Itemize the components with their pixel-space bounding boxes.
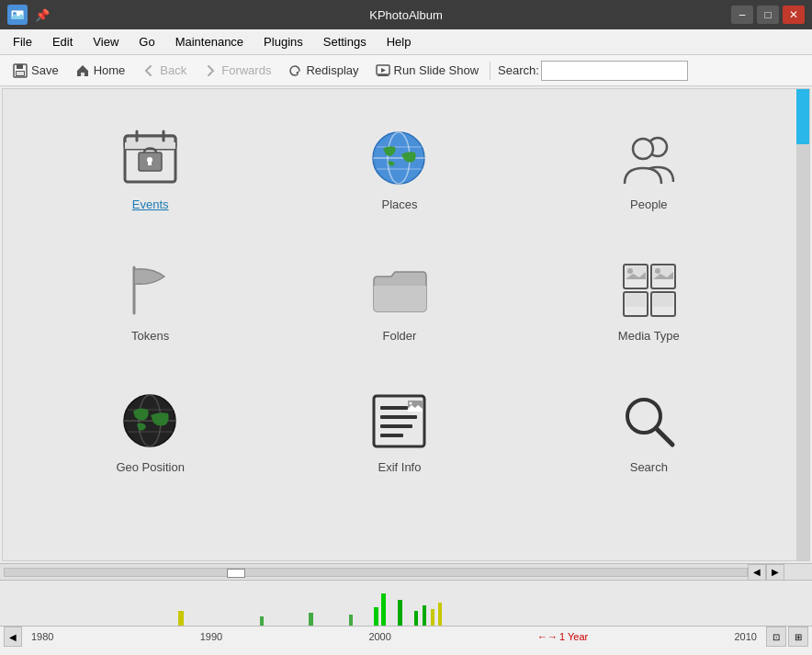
menu-settings[interactable]: Settings [314, 31, 376, 52]
forwards-icon [203, 63, 218, 78]
back-label: Back [160, 63, 186, 77]
grid-item-exif-info[interactable]: Exif Info [279, 370, 519, 492]
forwards-label: Forwards [221, 63, 271, 77]
exif-info-icon [367, 389, 432, 453]
grid-item-geo-position[interactable]: Geo Position [30, 370, 270, 492]
svg-rect-15 [148, 160, 152, 165]
forwards-button[interactable]: Forwards [196, 60, 278, 82]
title-left: 📌 [7, 5, 50, 25]
year-axis: ◀ 1980 1990 2000 ←→ 1 Year 2010 ⊡ ⊞ [0, 627, 812, 647]
window-controls: – □ ✕ [731, 6, 805, 24]
zoom-actual-button[interactable]: ⊞ [788, 627, 808, 647]
grid-item-events[interactable]: Events [30, 107, 270, 230]
timeline-scroll-right[interactable]: ▶ [766, 564, 784, 581]
menu-edit[interactable]: Edit [43, 31, 82, 52]
toolbar-separator [490, 62, 491, 80]
svg-line-47 [656, 428, 672, 445]
run-slideshow-button[interactable]: Run Slide Show [368, 60, 487, 82]
media-type-label: Media Type [618, 329, 680, 343]
grid-item-people[interactable]: People [529, 107, 769, 230]
slideshow-label: Run Slide Show [394, 63, 479, 77]
category-grid: Events Places [3, 89, 796, 511]
slideshow-icon [376, 63, 390, 78]
save-label: Save [31, 63, 59, 77]
exif-info-label: Exif Info [378, 460, 422, 474]
svg-point-26 [627, 268, 633, 274]
places-label: Places [381, 198, 417, 211]
folder-icon [367, 257, 432, 322]
svg-point-45 [410, 401, 412, 404]
maximize-button[interactable]: □ [757, 6, 779, 24]
geo-position-label: Geo Position [116, 460, 184, 474]
minimize-button[interactable]: – [731, 6, 753, 24]
menu-maintenance[interactable]: Maintenance [166, 31, 253, 52]
grid-item-tokens[interactable]: Tokens [30, 239, 270, 361]
redisplay-button[interactable]: Redisplay [280, 60, 366, 82]
grid-scrollbar-thumb[interactable] [796, 89, 809, 144]
geo-position-icon [118, 389, 183, 453]
svg-rect-31 [626, 294, 646, 307]
events-icon [118, 126, 183, 190]
year-2000: 2000 [368, 631, 390, 642]
menu-view[interactable]: View [84, 31, 128, 52]
app-icon [7, 5, 28, 25]
timeline-scroll-left[interactable]: ◀ [748, 564, 766, 581]
grid-scrollbar-track[interactable] [796, 89, 809, 560]
menu-go[interactable]: Go [130, 31, 164, 52]
svg-rect-6 [81, 73, 85, 76]
zoom-fit-button[interactable]: ⊡ [766, 627, 786, 647]
people-label: People [630, 198, 667, 211]
menu-help[interactable]: Help [378, 31, 421, 52]
search-label: Search [630, 460, 668, 474]
tokens-icon [118, 257, 183, 322]
search-grid-icon [616, 389, 681, 453]
timeline-nav-left-button[interactable]: ◀ [4, 627, 22, 647]
svg-point-22 [633, 139, 653, 159]
menu-file[interactable]: File [4, 31, 41, 52]
grid-container: Events Places [2, 88, 810, 561]
window-title: KPhotoAlbum [369, 8, 443, 22]
year-2010: 2010 [734, 631, 756, 642]
tokens-label: Tokens [131, 329, 169, 343]
menu-bar: File Edit View Go Maintenance Plugins Se… [0, 29, 812, 55]
year-labels: 1980 1990 2000 ←→ 1 Year 2010 [22, 631, 766, 642]
back-button[interactable]: Back [134, 60, 194, 82]
year-range-label: 1 Year [559, 631, 588, 642]
places-icon [367, 126, 432, 190]
year-1990: 1990 [200, 631, 222, 642]
svg-rect-5 [17, 72, 24, 75]
year-1980: 1980 [31, 631, 53, 642]
events-label: Events [132, 198, 169, 211]
timeline-scroll-thumb[interactable] [227, 569, 245, 578]
title-bar: 📌 KPhotoAlbum – □ ✕ [0, 0, 812, 29]
main-area: Events Places [0, 86, 812, 655]
save-button[interactable]: Save [6, 60, 66, 82]
timeline-chart [0, 581, 812, 627]
grid-item-places[interactable]: Places [279, 107, 519, 230]
svg-rect-43 [380, 434, 403, 437]
back-icon [141, 63, 156, 78]
save-icon [13, 63, 28, 78]
home-label: Home [94, 63, 126, 77]
timeline-area: ◀ ▶ [0, 563, 812, 655]
search-input[interactable] [541, 61, 688, 81]
year-range-indicator: ←→ 1 Year [537, 631, 588, 642]
grid-item-media-type[interactable]: Media Type [529, 239, 769, 361]
timeline-scroll-track[interactable] [4, 568, 748, 577]
zoom-controls: ⊡ ⊞ [766, 627, 808, 647]
menu-plugins[interactable]: Plugins [254, 31, 312, 52]
svg-rect-42 [380, 424, 412, 428]
svg-rect-41 [380, 415, 417, 419]
timeline-scrollbar: ◀ ▶ [0, 564, 812, 581]
search-label: Search: [498, 63, 539, 77]
home-icon [75, 63, 90, 78]
close-button[interactable]: ✕ [783, 6, 805, 24]
redisplay-icon [288, 63, 302, 78]
svg-rect-3 [17, 64, 23, 69]
home-button[interactable]: Home [68, 60, 133, 82]
grid-item-search[interactable]: Search [529, 370, 769, 492]
toolbar: Save Home Back Forwards Redisplay [0, 55, 812, 86]
pin-icon: 📌 [35, 8, 50, 22]
grid-item-folder[interactable]: Folder [279, 239, 519, 361]
people-icon [616, 126, 681, 190]
